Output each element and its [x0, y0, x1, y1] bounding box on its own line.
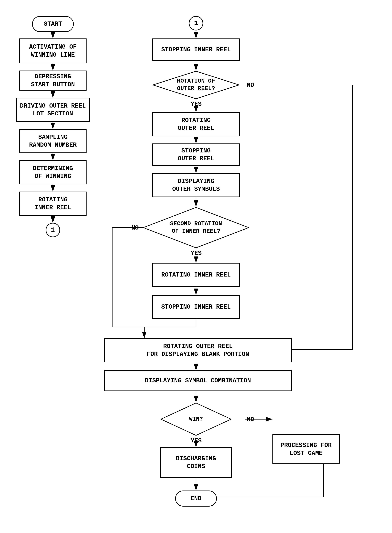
- connector1-right: 1: [189, 16, 203, 30]
- activating-node: ACTIVATING OFWINNING LINE: [19, 38, 87, 63]
- displaying-outer-node: DISPLAYINGOUTER SYMBOLS: [152, 173, 240, 197]
- second-rotation-q-label: SECOND ROTATIONOF INNER REEL?: [170, 220, 222, 235]
- displaying-symbol-node: DISPLAYING SYMBOL COMBINATION: [104, 370, 292, 391]
- stopping-outer-label: STOPPINGOUTER REEL: [178, 147, 214, 163]
- depressing-label: DEPRESSINGSTART BUTTON: [31, 73, 75, 89]
- rotation-outer-q-node: ROTATION OFOUTER REEL?: [152, 70, 240, 99]
- rotating-outer-label: ROTATINGOUTER REEL: [178, 116, 214, 132]
- rotating-inner-node: ROTATINGINNER REEL: [19, 192, 87, 216]
- processing-lost-label: PROCESSING FORLOST GAME: [280, 441, 331, 457]
- sampling-label: SAMPLINGRAMDOM NUMBER: [29, 133, 77, 149]
- win-q-node: WIN?: [160, 402, 232, 436]
- activating-label: ACTIVATING OFWINNING LINE: [29, 43, 77, 59]
- stopping-inner-top-node: STOPPING INNER REEL: [152, 38, 240, 61]
- determining-node: DETERMININGOF WINNING: [19, 160, 87, 184]
- start-label: START: [44, 20, 62, 28]
- flowchart: START ACTIVATING OFWINNING LINE DEPRESSI…: [0, 0, 392, 533]
- driving-label: DRIVING OUTER REELLOT SECTION: [20, 102, 86, 118]
- discharging-label: DISCHARGINGCOINS: [176, 455, 216, 471]
- connector1-left: 1: [46, 223, 60, 237]
- yes2-label: YES: [191, 250, 202, 257]
- rotating-outer-node: ROTATINGOUTER REEL: [152, 112, 240, 136]
- stopping-inner2-node: STOPPING INNER REEL: [152, 295, 240, 319]
- second-rotation-q-node: SECOND ROTATIONOF INNER REEL?: [143, 207, 249, 248]
- depressing-node: DEPRESSINGSTART BUTTON: [19, 70, 87, 91]
- determining-label: DETERMININGOF WINNING: [33, 164, 73, 180]
- rotating-inner-label: ROTATINGINNER REEL: [35, 196, 71, 212]
- rotating-outer-blank-node: ROTATING OUTER REELFOR DISPLAYING BLANK …: [104, 338, 292, 362]
- start-node: START: [32, 16, 74, 32]
- processing-lost-node: PROCESSING FORLOST GAME: [272, 435, 340, 464]
- driving-node: DRIVING OUTER REELLOT SECTION: [16, 98, 90, 122]
- no1-label: NO: [247, 82, 254, 89]
- rotating-inner2-node: ROTATING INNER REEL: [152, 263, 240, 287]
- displaying-symbol-label: DISPLAYING SYMBOL COMBINATION: [145, 377, 251, 384]
- win-q-label: WIN?: [189, 416, 203, 423]
- yes3-label: YES: [191, 437, 202, 444]
- yes1-label: YES: [191, 101, 202, 108]
- discharging-node: DISCHARGINGCOINS: [160, 447, 232, 478]
- stopping-inner2-label: STOPPING INNER REEL: [161, 303, 231, 311]
- rotating-inner2-label: ROTATING INNER REEL: [161, 271, 231, 279]
- rotating-outer-blank-label: ROTATING OUTER REELFOR DISPLAYING BLANK …: [147, 342, 249, 358]
- displaying-outer-label: DISPLAYINGOUTER SYMBOLS: [172, 177, 220, 193]
- no2-label: NO: [131, 224, 139, 231]
- end-node: END: [175, 491, 217, 507]
- stopping-outer-node: STOPPINGOUTER REEL: [152, 144, 240, 166]
- stopping-inner-top-label: STOPPING INNER REEL: [161, 46, 231, 54]
- no3-label: NO: [247, 416, 254, 423]
- end-label: END: [191, 495, 201, 502]
- sampling-node: SAMPLINGRAMDOM NUMBER: [19, 129, 87, 153]
- rotation-outer-q-label: ROTATION OFOUTER REEL?: [177, 77, 215, 93]
